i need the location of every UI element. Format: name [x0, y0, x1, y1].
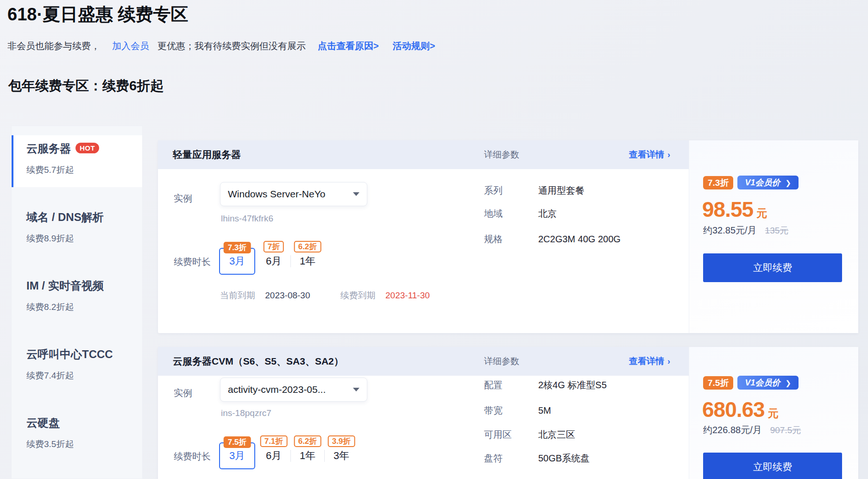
- duration-option-3-months[interactable]: 7.3折 3月: [219, 248, 255, 275]
- spec-row: 配置2核4G 标准型S5: [484, 379, 607, 391]
- price-unit: 元: [756, 207, 767, 219]
- category-sidebar: 云服务器 HOT 续费5.7折起 域名 / DNS解析 续费8.9折起 IM /…: [11, 126, 143, 479]
- renewal-expiry-label: 续费到期: [340, 290, 376, 300]
- chevron-right-icon: ›: [667, 150, 670, 160]
- instance-select-value: activity-cvm-2023-05...: [228, 384, 348, 395]
- price-detail: 约32.85元/月135元: [703, 224, 788, 237]
- renewal-expiry-date: 2023-11-30: [385, 290, 430, 300]
- price: 680.63元: [702, 397, 779, 422]
- join-member-link[interactable]: 加入会员: [112, 41, 149, 51]
- view-reason-link[interactable]: 点击查看原因>: [318, 41, 379, 51]
- expiry-row: 当前到期 2023-08-30 续费到期 2023-11-30: [220, 290, 430, 302]
- instance-label: 实例: [174, 192, 192, 205]
- activity-rules-link[interactable]: 活动规则>: [393, 41, 435, 51]
- view-detail-link[interactable]: 查看详情 ›: [629, 355, 670, 367]
- sidebar-item-discount: 续费5.7折起: [26, 164, 138, 176]
- member-price-badge[interactable]: V1会员价 ❯: [737, 176, 799, 189]
- price-amount: 98.55: [702, 197, 753, 221]
- product-card-lighthouse: 轻量应用服务器 详细参数 查看详情 › 实例 Windows Server-Ne…: [158, 140, 858, 333]
- card-title: 轻量应用服务器: [173, 148, 241, 161]
- price-panel: 7.3折 V1会员价 ❯ 98.55元 约32.85元/月135元 立即续费: [689, 140, 858, 333]
- duration-option-6-months[interactable]: 7折 6月: [257, 250, 290, 272]
- caret-down-icon: [353, 192, 359, 196]
- discount-badge: 7折: [264, 241, 284, 252]
- duration-option-3-years[interactable]: 3.9折 3年: [325, 445, 358, 467]
- spec-row: 盘符50GB系统盘: [484, 452, 590, 465]
- spec-row: 可用区北京三区: [484, 429, 575, 441]
- sidebar-item-tccc[interactable]: 云呼叫中心TCCC 续费7.4折起: [12, 341, 142, 393]
- discount-badge: 7.5折: [224, 436, 251, 448]
- card-header: 轻量应用服务器 详细参数 查看详情 ›: [158, 140, 689, 169]
- renew-now-button[interactable]: 立即续费: [703, 453, 842, 479]
- chevron-right-icon: ›: [667, 357, 670, 366]
- original-price: 907.5元: [770, 425, 801, 435]
- instance-id: lhins-47fkfrk6: [221, 214, 273, 224]
- spec-row: 带宽5M: [484, 404, 551, 417]
- monthly-price: 约226.88元/月: [703, 425, 762, 435]
- discount-badge: 7.3折: [224, 242, 251, 253]
- duration-label: 续费时长: [174, 256, 211, 268]
- caret-down-icon: [353, 388, 359, 391]
- params-label: 详细参数: [484, 149, 519, 161]
- discount-badge: 7.5折: [703, 376, 733, 390]
- chevron-right-icon: ❯: [785, 379, 791, 386]
- current-expiry-label: 当前到期: [220, 290, 255, 300]
- view-detail-link[interactable]: 查看详情 ›: [629, 149, 670, 161]
- duration-label: 续费时长: [174, 450, 211, 463]
- sidebar-item-cloud-server[interactable]: 云服务器 HOT 续费5.7折起: [12, 135, 142, 187]
- original-price: 135元: [765, 226, 789, 235]
- card-header: 云服务器CVM（S6、S5、SA3、SA2） 详细参数 查看详情 ›: [158, 347, 689, 376]
- params-label: 详细参数: [484, 355, 519, 367]
- duration-option-1-year[interactable]: 6.2折 1年: [291, 445, 324, 467]
- view-detail-text: 查看详情: [629, 355, 664, 367]
- instance-select-value: Windows Server-NeYo: [228, 189, 348, 200]
- page-title: 618·夏日盛惠 续费专区: [7, 3, 189, 26]
- instance-select[interactable]: activity-cvm-2023-05...: [220, 378, 367, 402]
- price-panel: 7.5折 V1会员价 ❯ 680.63元 约226.88元/月907.5元 立即…: [689, 347, 858, 479]
- sidebar-item-discount: 续费8.9折起: [26, 233, 138, 245]
- instance-id: ins-18pqzrc7: [221, 408, 271, 418]
- price: 98.55元: [702, 197, 767, 222]
- discount-badge: 6.2折: [294, 241, 321, 252]
- duration-option-6-months[interactable]: 7.1折 6月: [257, 445, 290, 467]
- spec-row: 系列通用型套餐: [484, 184, 585, 197]
- sidebar-item-label: 云服务器: [26, 142, 71, 156]
- product-card-cvm: 云服务器CVM（S6、S5、SA3、SA2） 详细参数 查看详情 › 实例 ac…: [158, 347, 858, 479]
- duration-selector: 7.5折 3月 7.1折 6月 6.2折 1年 3.9折 3年: [219, 442, 358, 469]
- discount-badge: 7.3折: [703, 176, 733, 189]
- discount-badge: 6.2折: [294, 435, 321, 447]
- sidebar-item-discount: 续费3.5折起: [26, 438, 138, 450]
- spec-row: 规格2C2G3M 40G 200G: [484, 233, 621, 246]
- chevron-right-icon: ❯: [785, 179, 791, 186]
- instance-label: 实例: [174, 387, 192, 399]
- subtitle-prefix: 非会员也能参与续费，: [7, 41, 100, 51]
- instance-select[interactable]: Windows Server-NeYo: [220, 182, 367, 206]
- sidebar-item-cloud-disk[interactable]: 云硬盘 续费3.5折起: [12, 410, 142, 461]
- sidebar-item-discount: 续费7.4折起: [26, 370, 138, 382]
- sidebar-item-discount: 续费8.2折起: [26, 301, 138, 313]
- duration-strip: 7折 6月 6.2折 1年: [257, 250, 324, 272]
- price-unit: 元: [768, 407, 779, 419]
- spec-row: 地域北京: [484, 208, 557, 220]
- sidebar-item-im-trtc[interactable]: IM / 实时音视频 续费8.2折起: [12, 272, 142, 324]
- discount-badge: 3.9折: [328, 435, 355, 447]
- renew-now-button[interactable]: 立即续费: [703, 253, 842, 282]
- duration-option-3-months[interactable]: 7.5折 3月: [219, 442, 255, 469]
- sidebar-item-label: 云呼叫中心TCCC: [26, 347, 113, 361]
- subtitle-row: 非会员也能参与续费，加入会员更优惠；我有待续费实例但没有展示点击查看原因>活动规…: [7, 40, 435, 52]
- view-detail-text: 查看详情: [629, 149, 664, 161]
- member-price-badge[interactable]: V1会员价 ❯: [737, 376, 799, 390]
- duration-strip: 7.1折 6月 6.2折 1年 3.9折 3年: [257, 445, 358, 467]
- section-title: 包年续费专区：续费6折起: [8, 77, 164, 95]
- sidebar-item-domain-dns[interactable]: 域名 / DNS解析 续费8.9折起: [12, 204, 142, 256]
- card-title: 云服务器CVM（S6、S5、SA3、SA2）: [173, 355, 344, 368]
- subtitle-middle: 更优惠；我有待续费实例但没有展示: [157, 41, 306, 51]
- duration-option-1-year[interactable]: 6.2折 1年: [291, 250, 324, 272]
- duration-selector: 7.3折 3月 7折 6月 6.2折 1年: [219, 248, 324, 275]
- price-detail: 约226.88元/月907.5元: [703, 424, 801, 436]
- hot-badge: HOT: [75, 143, 99, 153]
- sidebar-item-label: 域名 / DNS解析: [26, 210, 104, 224]
- sidebar-item-label: 云硬盘: [26, 416, 60, 430]
- price-amount: 680.63: [702, 397, 765, 422]
- discount-badge: 7.1折: [260, 435, 288, 447]
